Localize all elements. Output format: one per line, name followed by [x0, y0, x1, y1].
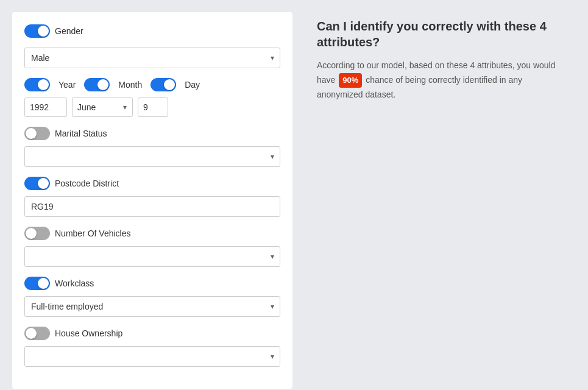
vehicles-toggle-row: Number Of Vehicles — [24, 227, 280, 240]
day-toggle[interactable] — [151, 78, 176, 91]
marital-toggle[interactable] — [24, 127, 50, 140]
marital-label: Marital Status — [55, 129, 107, 138]
month-toggle[interactable] — [84, 78, 110, 91]
left-panel: Gender Male Female Other ▾ Year — [12, 12, 292, 389]
workclass-toggle[interactable] — [24, 277, 50, 290]
vehicles-label: Number Of Vehicles — [55, 229, 131, 238]
vehicles-toggle[interactable] — [24, 227, 50, 240]
house-toggle[interactable] — [24, 327, 50, 340]
workclass-label: Workclass — [55, 278, 94, 288]
dob-toggles-row: Year Month Day — [24, 78, 280, 91]
month-wrapper: January February March April May June Ju… — [72, 98, 133, 117]
main-container: Gender Male Female Other ▾ Year — [12, 12, 576, 389]
house-select[interactable] — [24, 346, 280, 367]
workclass-select[interactable]: Full-time employed Part-time employed Se… — [24, 296, 280, 317]
right-title: Can I identify you correctly with these … — [317, 18, 564, 50]
year-label: Year — [58, 80, 76, 90]
vehicles-select[interactable] — [24, 246, 280, 267]
gender-row: Gender — [24, 24, 280, 38]
percentage-badge: 90% — [339, 73, 362, 88]
house-label: House Ownership — [55, 328, 122, 338]
marital-select[interactable] — [24, 146, 280, 167]
right-panel: Can I identify you correctly with these … — [305, 12, 576, 389]
postcode-input[interactable] — [24, 196, 280, 217]
dob-inputs-row: January February March April May June Ju… — [24, 98, 280, 117]
postcode-label: Postcode District — [55, 179, 119, 188]
year-toggle[interactable] — [24, 78, 50, 91]
workclass-toggle-row: Workclass — [24, 277, 280, 290]
postcode-toggle-row: Postcode District — [24, 177, 280, 190]
house-field: ▾ — [24, 346, 280, 367]
month-label: Month — [118, 80, 142, 90]
gender-field: Male Female Other ▾ — [24, 48, 280, 68]
workclass-field: Full-time employed Part-time employed Se… — [24, 296, 280, 317]
day-label: Day — [185, 80, 200, 90]
year-input[interactable] — [24, 98, 67, 117]
postcode-field — [24, 196, 280, 217]
marital-toggle-row: Marital Status — [24, 127, 280, 140]
gender-label: Gender — [55, 26, 83, 36]
house-toggle-row: House Ownership — [24, 327, 280, 340]
month-select[interactable]: January February March April May June Ju… — [72, 98, 133, 117]
postcode-toggle[interactable] — [24, 177, 50, 190]
right-description: According to our model, based on these 4… — [317, 58, 564, 102]
day-input[interactable] — [138, 98, 168, 117]
gender-toggle[interactable] — [24, 24, 50, 38]
vehicles-field: ▾ — [24, 246, 280, 267]
marital-field: ▾ — [24, 146, 280, 167]
gender-select[interactable]: Male Female Other — [24, 48, 280, 68]
